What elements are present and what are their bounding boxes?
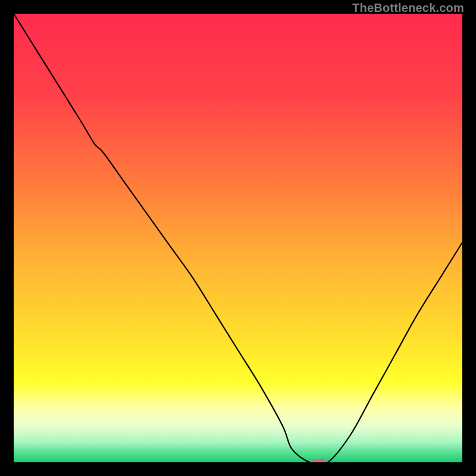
bottleneck-curve	[14, 14, 462, 462]
chart-plot-area	[14, 14, 462, 462]
watermark-text: TheBottleneck.com	[352, 1, 464, 15]
optimal-point-marker	[312, 459, 326, 462]
